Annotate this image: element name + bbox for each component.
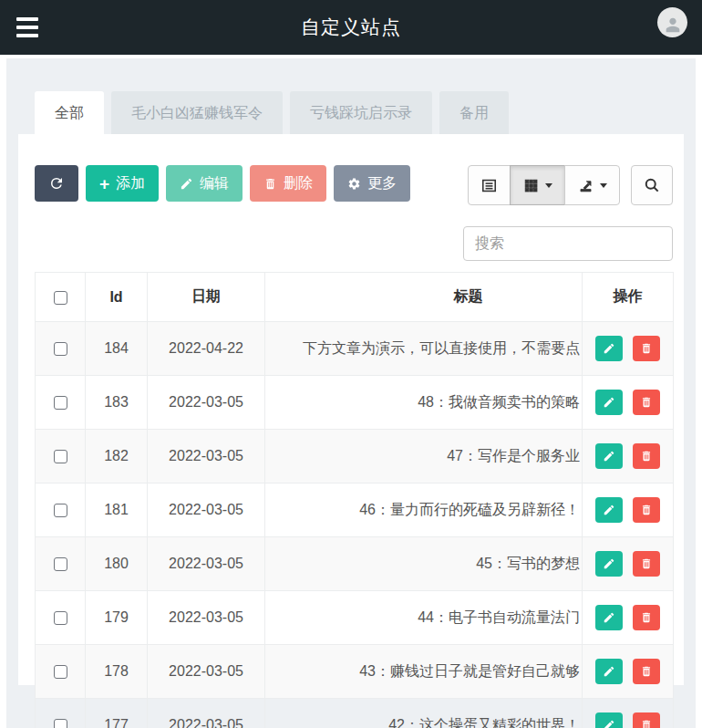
add-button[interactable]: + 添加 bbox=[86, 165, 159, 202]
trash-icon bbox=[640, 719, 653, 728]
row-checkbox[interactable] bbox=[54, 665, 67, 679]
pencil-icon bbox=[603, 450, 615, 463]
pencil-icon bbox=[603, 611, 615, 624]
pencil-icon bbox=[603, 396, 615, 409]
row-checkbox-cell bbox=[36, 591, 86, 645]
export-icon bbox=[577, 177, 594, 194]
column-header-date: 日期 bbox=[148, 273, 265, 322]
export-dropdown-button[interactable] bbox=[564, 165, 620, 205]
row-checkbox[interactable] bbox=[54, 450, 67, 463]
search-icon bbox=[643, 176, 661, 194]
search-toggle-button[interactable] bbox=[631, 165, 673, 205]
table-body: 184 2022-04-22 下方文章为演示，可以直接使用，不需要点 bbox=[36, 322, 674, 728]
row-checkbox[interactable] bbox=[54, 611, 67, 625]
table-row: 181 2022-03-05 46：量力而行的死磕及另辟新径！ bbox=[36, 484, 674, 537]
row-delete-button[interactable] bbox=[633, 390, 660, 415]
row-id: 180 bbox=[86, 537, 148, 591]
row-id: 178 bbox=[86, 645, 148, 699]
row-id: 183 bbox=[86, 376, 148, 430]
pencil-icon bbox=[603, 342, 615, 355]
row-delete-button[interactable] bbox=[633, 605, 660, 630]
row-checkbox-cell bbox=[36, 322, 86, 376]
tab-category-1[interactable]: 毛小白凶猛赚钱军令 bbox=[111, 91, 283, 134]
table-row: 177 2022-03-05 42：这个操蛋又精彩的世界！ bbox=[36, 699, 674, 728]
row-title: 43：赚钱过日子就是管好自己就够 bbox=[265, 645, 583, 699]
row-checkbox-cell bbox=[36, 430, 86, 484]
trash-icon bbox=[640, 396, 653, 409]
edit-button-label: 编辑 bbox=[200, 174, 229, 193]
refresh-icon bbox=[48, 175, 65, 192]
tab-category-2[interactable]: 亏钱踩坑启示录 bbox=[290, 91, 432, 134]
row-checkbox[interactable] bbox=[54, 504, 67, 517]
row-edit-button[interactable] bbox=[595, 659, 623, 684]
columns-dropdown-button[interactable] bbox=[510, 165, 565, 205]
row-id: 182 bbox=[86, 430, 148, 484]
row-checkbox[interactable] bbox=[54, 557, 67, 571]
row-edit-button[interactable] bbox=[595, 390, 623, 415]
table-row: 178 2022-03-05 43：赚钱过日子就是管好自己就够 bbox=[36, 645, 674, 699]
row-delete-button[interactable] bbox=[633, 659, 660, 684]
row-delete-button[interactable] bbox=[633, 336, 660, 361]
toolbar: + 添加 编辑 删除 bbox=[35, 165, 673, 261]
row-date: 2022-03-05 bbox=[148, 645, 265, 699]
delete-button-label: 删除 bbox=[284, 174, 313, 193]
category-tabs: 全部 毛小白凶猛赚钱军令 亏钱踩坑启示录 备用 bbox=[18, 91, 684, 134]
table-row: 184 2022-04-22 下方文章为演示，可以直接使用，不需要点 bbox=[36, 322, 674, 376]
search-input[interactable] bbox=[463, 226, 673, 261]
detail-view-icon bbox=[480, 177, 498, 194]
row-date: 2022-03-05 bbox=[148, 699, 265, 728]
detail-view-button[interactable] bbox=[468, 165, 511, 205]
app-header: 自定义站点 bbox=[0, 0, 702, 55]
row-date: 2022-04-22 bbox=[148, 322, 265, 376]
row-date: 2022-03-05 bbox=[148, 376, 265, 430]
edit-button[interactable]: 编辑 bbox=[166, 165, 243, 202]
more-button-label: 更多 bbox=[367, 174, 397, 193]
delete-button[interactable]: 删除 bbox=[250, 165, 326, 202]
row-edit-button[interactable] bbox=[595, 497, 623, 523]
pencil-icon bbox=[603, 504, 615, 516]
row-title: 46：量力而行的死磕及另辟新径！ bbox=[265, 484, 583, 537]
row-edit-button[interactable] bbox=[595, 605, 623, 630]
row-actions-cell bbox=[583, 699, 674, 728]
row-edit-button[interactable] bbox=[595, 712, 623, 728]
row-delete-button[interactable] bbox=[633, 551, 660, 577]
row-date: 2022-03-05 bbox=[148, 537, 265, 591]
row-edit-button[interactable] bbox=[595, 336, 623, 361]
chevron-down-icon bbox=[545, 183, 552, 188]
refresh-button[interactable] bbox=[35, 165, 78, 202]
more-button[interactable]: 更多 bbox=[334, 165, 410, 202]
user-avatar[interactable] bbox=[657, 7, 687, 37]
toolbar-right-controls bbox=[463, 165, 673, 261]
page-title: 自定义站点 bbox=[0, 15, 702, 40]
row-edit-button[interactable] bbox=[595, 443, 623, 469]
toolbar-left-buttons: + 添加 编辑 删除 bbox=[35, 165, 410, 202]
trash-icon bbox=[640, 504, 653, 516]
row-edit-button[interactable] bbox=[595, 551, 623, 577]
table-row: 179 2022-03-05 44：电子书自动流量法门 bbox=[36, 591, 674, 645]
row-delete-button[interactable] bbox=[633, 443, 660, 469]
row-date: 2022-03-05 bbox=[148, 591, 265, 645]
row-id: 181 bbox=[86, 484, 148, 537]
row-checkbox[interactable] bbox=[54, 342, 67, 356]
tab-all[interactable]: 全部 bbox=[35, 91, 104, 134]
row-actions-cell bbox=[583, 376, 674, 430]
select-all-checkbox[interactable] bbox=[54, 291, 67, 305]
row-delete-button[interactable] bbox=[633, 712, 660, 728]
panel-body: + 添加 编辑 删除 bbox=[18, 134, 684, 685]
trash-icon bbox=[263, 177, 277, 191]
row-checkbox[interactable] bbox=[54, 719, 67, 728]
row-checkbox-cell bbox=[36, 537, 86, 591]
add-button-label: 添加 bbox=[116, 174, 145, 193]
column-header-title: 标题 bbox=[265, 273, 583, 322]
trash-icon bbox=[640, 665, 653, 678]
tab-backup[interactable]: 备用 bbox=[439, 91, 509, 134]
pencil-icon bbox=[603, 557, 615, 570]
table-row: 182 2022-03-05 47：写作是个服务业 bbox=[36, 430, 674, 484]
pencil-icon bbox=[180, 177, 193, 191]
table-row: 183 2022-03-05 48：我做音频卖书的策略 bbox=[36, 376, 674, 430]
row-checkbox[interactable] bbox=[54, 396, 67, 410]
row-title: 48：我做音频卖书的策略 bbox=[265, 376, 583, 430]
row-delete-button[interactable] bbox=[633, 497, 660, 523]
row-actions-cell bbox=[583, 322, 674, 376]
row-checkbox-cell bbox=[36, 484, 86, 537]
